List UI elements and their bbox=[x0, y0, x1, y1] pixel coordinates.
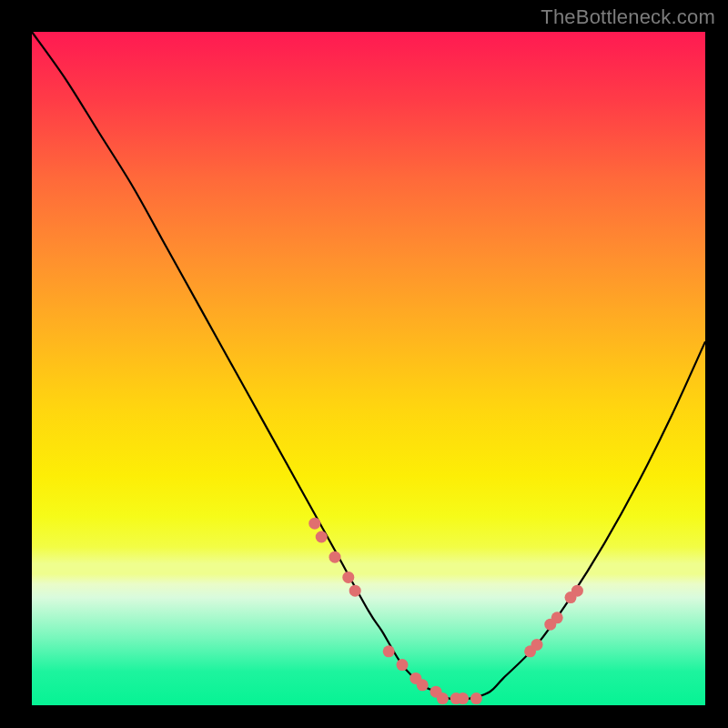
marker-point bbox=[457, 693, 469, 704]
marker-point bbox=[551, 612, 563, 623]
watermark-label: TheBottleneck.com bbox=[541, 5, 715, 29]
marker-group bbox=[308, 518, 583, 704]
curve-path bbox=[32, 32, 705, 700]
marker-point bbox=[397, 659, 409, 671]
marker-point bbox=[571, 585, 583, 597]
marker-point bbox=[531, 639, 543, 651]
marker-point bbox=[383, 645, 395, 657]
marker-point bbox=[329, 551, 341, 563]
marker-point bbox=[349, 585, 361, 597]
marker-point bbox=[470, 693, 482, 704]
marker-point bbox=[437, 693, 449, 704]
marker-point bbox=[316, 531, 328, 543]
chart-frame: TheBottleneck.com bbox=[0, 0, 728, 728]
marker-point bbox=[417, 679, 429, 691]
marker-point bbox=[342, 571, 354, 583]
plot-area bbox=[32, 32, 705, 705]
marker-point bbox=[308, 518, 320, 530]
bottleneck-curve bbox=[32, 32, 705, 705]
